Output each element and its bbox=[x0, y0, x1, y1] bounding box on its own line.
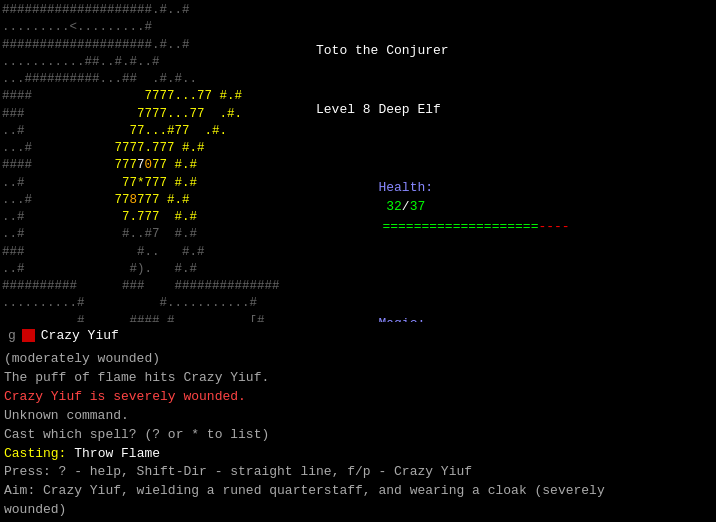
msg-1: The puff of flame hits Crazy Yiuf. bbox=[4, 369, 712, 388]
msg-3: Unknown command. bbox=[4, 407, 712, 426]
monster-name: Crazy Yiuf bbox=[41, 326, 119, 346]
main-area: ####################.#..# .........<....… bbox=[0, 0, 716, 322]
aim-line: Aim: Crazy Yiuf, wielding a runed quarte… bbox=[4, 482, 712, 501]
character-level: Level 8 Deep Elf bbox=[316, 100, 710, 120]
map-panel: ####################.#..# .........<....… bbox=[0, 0, 310, 322]
stats-panel: Toto the Conjurer Level 8 Deep Elf Healt… bbox=[310, 0, 716, 322]
message-panel: (moderately wounded) The puff of flame h… bbox=[0, 348, 716, 522]
monster-panel: g Crazy Yiuf bbox=[0, 322, 716, 348]
health-label: Health: bbox=[378, 180, 433, 195]
casting-label: Casting: bbox=[4, 446, 66, 461]
monster-icon bbox=[22, 329, 35, 342]
press-hint: Press: ? - help, Shift-Dir - straight li… bbox=[4, 463, 712, 482]
msg-0: (moderately wounded) bbox=[4, 350, 712, 369]
monster-key: g bbox=[8, 326, 16, 346]
casting-row: Casting: Throw Flame bbox=[4, 445, 712, 464]
character-name: Toto the Conjurer bbox=[316, 41, 710, 61]
msg-2: Crazy Yiuf is severely wounded. bbox=[4, 388, 712, 407]
hp-bar: ==================== bbox=[382, 219, 538, 234]
game-container: ####################.#..# .........<....… bbox=[0, 0, 716, 522]
health-row: Health: 32/37 ====================---- bbox=[316, 158, 710, 256]
aim-line2: wounded) bbox=[4, 501, 712, 520]
magic-row: Magic: 13/25 =============----------- bbox=[316, 295, 710, 323]
msg-4: Cast which spell? (? or * to list) bbox=[4, 426, 712, 445]
